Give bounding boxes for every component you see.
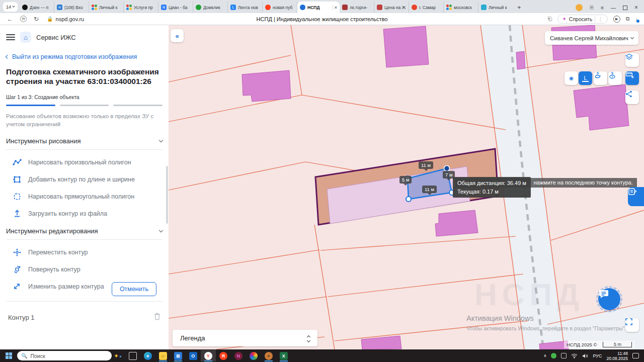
tab-samara[interactable]: г. Самар (409, 2, 444, 13)
taskbar-clock[interactable]: 11:48 20.08.2025 (606, 351, 628, 361)
point-measure-button[interactable]: ◉ (565, 71, 578, 85)
area-polygon-button[interactable]: S (594, 71, 607, 85)
language-indicator[interactable]: РУС (593, 353, 602, 358)
area-ellipse-button[interactable]: S (608, 71, 622, 85)
restore-button[interactable] (623, 6, 627, 10)
antivirus-icon[interactable] (551, 353, 556, 358)
copilot-icon[interactable]: ✦✦ (114, 352, 122, 359)
tab-vk-lenta[interactable]: LЛента нов (228, 2, 263, 13)
hamburger-menu-icon[interactable] (6, 34, 15, 40)
content: ⌂ Сервис ИЖС Выйти из режима подготовки … (0, 25, 644, 349)
ruler-clear-icon (625, 71, 634, 78)
area-polygon-icon: S (594, 71, 602, 79)
2gis-button[interactable]: N (231, 350, 246, 361)
tab-mail[interactable]: ✉(108) Вхо (54, 2, 89, 13)
tab-counter[interactable]: 14 (3, 2, 18, 12)
legend-toggle[interactable]: Легенда (173, 330, 317, 346)
tab-moscow[interactable]: московск (444, 2, 478, 13)
cancel-button[interactable]: Отменить (112, 282, 156, 296)
volume-icon[interactable] (582, 353, 588, 358)
tab-torgi[interactable]: лк.торги- (340, 2, 374, 13)
map-canvas[interactable]: НСПД 11 м 7 м 11 м 5 м нажмите на послед… (169, 25, 644, 349)
paint3d-button[interactable] (246, 350, 261, 361)
edit-tools-section[interactable]: Инструменты редактирования (6, 227, 163, 235)
yandex-browser-button[interactable]: Y (201, 350, 216, 361)
exit-mode-link[interactable]: Выйти из режима подготовки изображения (6, 53, 163, 60)
tab-lk1[interactable]: Личный к (89, 2, 124, 13)
tab-domclick[interactable]: Домклик (193, 2, 228, 13)
date: 20.08.2025 (606, 356, 628, 361)
sidebar-scrollbar[interactable] (166, 166, 168, 224)
browser-home-icon[interactable]: Я (20, 16, 27, 22)
fullscreen-button[interactable] (625, 318, 639, 332)
tray-expand-icon[interactable]: ∧ (544, 353, 547, 358)
video-play-icon[interactable]: ▶ (613, 16, 620, 23)
tab-nspd-active[interactable]: НСПД× (297, 2, 340, 13)
browser-menu-icon[interactable]: ≡ (601, 5, 604, 11)
file-explorer-button[interactable]: ▱ (155, 350, 171, 361)
taskbar-search[interactable]: 🔍 Поиск (17, 351, 112, 360)
feedback-tab[interactable] (628, 187, 644, 206)
tool-move-contour[interactable]: Переместить контур (12, 247, 163, 257)
tool-add-contour-dimensions[interactable]: Добавить контур по длине и ширине (12, 174, 163, 184)
tab-dzen[interactable]: Дзен — п (20, 2, 54, 13)
tab-newpub[interactable]: новая пуб (263, 2, 297, 13)
windows-taskbar: 🔍 Поиск ✦✦ e ▱ ⊞ O Y Я N ● X ∧ РУС 11:48… (0, 349, 644, 362)
excel-button[interactable]: X (276, 350, 291, 361)
task-view-button[interactable] (125, 350, 140, 361)
contour-row[interactable]: Контур 1 (6, 313, 163, 322)
trash-icon[interactable] (154, 313, 160, 322)
tool-rotate-contour[interactable]: Повернуть контур (12, 264, 163, 274)
draw-tools-section[interactable]: Инструменты рисования (6, 137, 163, 145)
tab-price[interactable]: Цена на Ж (374, 2, 409, 13)
expand-collapse-icon (307, 334, 310, 342)
tool-draw-free-polygon[interactable]: Нарисовать произвольный полигон (12, 157, 163, 167)
start-button[interactable] (0, 352, 17, 359)
back-icon[interactable]: ← (7, 16, 13, 23)
contour-label: Контур 1 (8, 314, 35, 321)
collapse-sidebar-button[interactable]: « (171, 29, 184, 42)
user-dropdown[interactable]: Сивачев Сергей Михайлович (545, 31, 638, 45)
share-button[interactable] (625, 90, 639, 104)
reload-icon[interactable]: ↻ (34, 16, 39, 23)
minimize-button[interactable]: — (611, 5, 616, 11)
palette-button[interactable]: ● (261, 350, 276, 361)
colorful-favicon-icon (446, 5, 452, 10)
layers-button[interactable] (625, 53, 639, 67)
notification-center-icon[interactable] (632, 353, 639, 358)
rectangle-polygon-icon (12, 192, 22, 201)
chevron-down-icon (159, 138, 163, 142)
tab-lk2[interactable]: Личный к (478, 2, 513, 13)
clear-measure-button[interactable] (625, 71, 639, 85)
edge-button[interactable]: e (140, 350, 155, 361)
profile-avatar[interactable] (576, 4, 583, 11)
svg-text:S: S (611, 71, 614, 75)
progress-bar (6, 105, 163, 106)
ask-button[interactable]: ✦ Спросить ⋮ (557, 15, 607, 24)
store-button[interactable]: ⊞ (171, 350, 186, 361)
tray-app-icon[interactable] (561, 353, 567, 358)
tab-close-icon[interactable]: × (333, 5, 337, 10)
more-icon[interactable]: ⋮ (595, 16, 603, 22)
bookmark-icon[interactable]: ⎗ (548, 16, 552, 22)
panels-icon[interactable]: ⧉ (626, 16, 630, 22)
map-watermark: НСПД (474, 277, 584, 312)
outlook-button[interactable]: O (186, 350, 201, 361)
downloads-icon[interactable]: ↓ (635, 16, 638, 22)
browser-navbar: ← Я ↻ 🔒 nspd.gov.ru НСПД | Индивидуально… (0, 13, 644, 25)
wifi-icon[interactable] (571, 353, 578, 358)
tab-uslugi[interactable]: Услуги пр (124, 2, 158, 13)
yandex-search-button[interactable]: Я (216, 350, 231, 361)
length-measure-button[interactable]: L (579, 71, 592, 85)
tool-upload-contour[interactable]: Загрузить контур из файла (12, 209, 163, 218)
torgi-favicon-icon (342, 5, 348, 10)
new-tab-button[interactable]: + (517, 4, 521, 11)
tab-cian[interactable]: NЦиан - ба (158, 2, 193, 13)
point-icon: ◉ (569, 75, 574, 81)
close-button[interactable]: × (634, 4, 638, 11)
tool-draw-rectangle[interactable]: Нарисовать прямоугольный полигон (12, 192, 163, 201)
panel-icon[interactable]: ⎘ (590, 5, 594, 11)
chat-fab[interactable] (596, 286, 622, 312)
measure-label-top: 11 м (419, 161, 433, 169)
address-bar[interactable]: 🔒 nspd.gov.ru (47, 16, 84, 22)
